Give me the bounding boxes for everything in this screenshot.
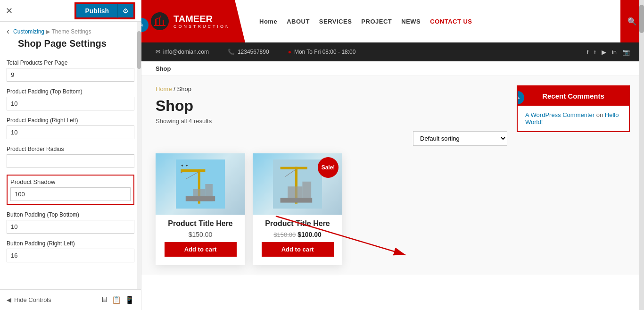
chevron-left-icon: ◀ <box>7 296 11 303</box>
commenter-link[interactable]: A WordPress Commenter <box>525 111 594 118</box>
logo-text-group: TAMEER CONSTRUCTION <box>173 14 231 29</box>
field-btn-padding-tb: Button Padding (Top Bottom) <box>7 211 134 234</box>
nav-services[interactable]: SERVICES <box>319 18 352 25</box>
breadcrumb-separator: ▶ <box>46 28 51 35</box>
sub-email: ✉ info@domian.com <box>156 49 209 55</box>
products-grid: ✦ ✦ Product Title Here $150.00 Add to ca… <box>156 153 507 265</box>
logo-icon <box>151 12 169 30</box>
sale-badge: Sale! <box>318 157 339 178</box>
sub-header: ✉ info@domian.com 📞 1234567890 ● Mon To … <box>141 42 644 61</box>
recent-comments-widget: ✎ Recent Comments A WordPress Commenter … <box>517 85 630 132</box>
product-name-1: Product Title Here <box>160 219 240 228</box>
hide-controls-label: Hide Controls <box>14 296 51 303</box>
breadcrumb-customizing[interactable]: Customizing <box>13 28 44 35</box>
field-label-btn-padding-tb: Button Padding (Top Bottom) <box>7 211 134 218</box>
sort-dropdown[interactable]: Default sorting Sort by popularity Sort … <box>413 131 507 146</box>
commenter-on: on <box>596 111 605 118</box>
product-price-2: $150.00 $100.00 <box>257 231 338 238</box>
field-input-product-shadow[interactable] <box>10 187 131 201</box>
product-price-value-1: $150.00 <box>189 231 213 238</box>
svg-rect-1 <box>159 17 160 26</box>
panel-title: Shop Page Settings <box>0 36 141 55</box>
product-sale-price-2: $100.00 <box>297 231 322 238</box>
panel-scrollbar[interactable] <box>137 22 141 289</box>
top-bar: ✕ Publish ⚙ <box>0 0 141 22</box>
back-arrow[interactable]: ‹ <box>7 26 9 36</box>
sub-hours: ● Mon To Fri 08:00 - 18:00 <box>288 49 356 55</box>
mobile-icon[interactable]: 📱 <box>125 295 134 304</box>
field-label-padding-tb: Product Padding (Top Bottom) <box>7 88 134 95</box>
panel-bottom-bar: ◀ Hide Controls 🖥 📋 📱 <box>0 289 141 310</box>
hide-controls-button[interactable]: ◀ Hide Controls <box>7 296 51 303</box>
email-icon: ✉ <box>156 49 160 55</box>
product-card-2: Sale! Product Title Here $150.00 $100.00… <box>253 153 342 265</box>
phone-icon: 📞 <box>228 49 235 55</box>
shop-result-count: Showing all 4 results <box>156 117 507 125</box>
breadcrumb-home-link[interactable]: Home <box>156 85 172 92</box>
shop-toolbar: Default sorting Sort by popularity Sort … <box>156 131 507 146</box>
publish-settings-button[interactable]: ⚙ <box>117 3 134 18</box>
svg-rect-0 <box>155 19 157 26</box>
field-input-total-products[interactable] <box>7 68 134 82</box>
breadcrumb: Customizing ▶ Theme Settings <box>13 28 91 35</box>
site-preview: ✎ TAMEER <box>141 0 644 310</box>
nav-news[interactable]: NEWS <box>401 18 421 25</box>
field-input-btn-padding-tb[interactable] <box>7 220 134 234</box>
nav-home[interactable]: Home <box>259 18 277 25</box>
field-input-padding-tb[interactable] <box>7 97 134 110</box>
field-input-padding-rl[interactable] <box>7 126 134 139</box>
svg-rect-8 <box>181 169 205 172</box>
field-label-total-products: Total Products Per Page <box>7 59 134 66</box>
shop-area: Home / Shop Shop Showing all 4 results D… <box>156 85 507 265</box>
nav-project[interactable]: PROJECT <box>361 18 392 25</box>
breadcrumb-theme-settings: Theme Settings <box>52 28 91 35</box>
add-to-cart-2[interactable]: Add to cart <box>262 242 334 257</box>
nav-shop[interactable]: Shop <box>156 65 171 72</box>
main-content: Home / Shop Shop Showing all 4 results D… <box>141 76 644 275</box>
close-button[interactable]: ✕ <box>6 6 13 16</box>
field-label-border-radius: Product Border Radius <box>7 146 134 152</box>
product-original-price-2: $150.00 <box>273 231 296 238</box>
linkedin-icon[interactable]: in <box>612 49 617 56</box>
hours-text: Mon To Fri 08:00 - 18:00 <box>294 49 356 55</box>
logo-subtitle: CONSTRUCTION <box>173 24 231 29</box>
nav-contact[interactable]: CONTACT US <box>430 18 472 25</box>
add-to-cart-1[interactable]: Add to cart <box>165 242 237 257</box>
shop-title: Shop <box>156 97 507 115</box>
product-price-1: $150.00 <box>160 231 240 238</box>
instagram-icon[interactable]: 📷 <box>622 49 630 56</box>
field-total-products: Total Products Per Page <box>7 59 134 82</box>
breadcrumb-row: ‹ Customizing ▶ Theme Settings <box>0 22 141 36</box>
nav-about[interactable]: ABOUT <box>287 18 310 25</box>
device-icons-group: 🖥 📋 📱 <box>100 295 134 304</box>
sub-nav-row: Shop <box>141 61 644 76</box>
publish-button[interactable]: Publish <box>75 3 117 18</box>
field-label-product-shadow: Product Shadow <box>10 178 131 185</box>
field-padding-tb: Product Padding (Top Bottom) <box>7 88 134 110</box>
twitter-icon[interactable]: t <box>594 49 596 56</box>
breadcrumb-shop: Shop <box>177 85 191 92</box>
facebook-icon[interactable]: f <box>587 49 589 56</box>
youtube-icon[interactable]: ▶ <box>602 49 606 56</box>
tablet-icon[interactable]: 📋 <box>112 295 121 304</box>
breadcrumb-slash: / <box>173 85 177 92</box>
field-label-padding-rl: Product Padding (Right Left) <box>7 117 134 124</box>
field-label-btn-padding-rl: Button Padding (Right Left) <box>7 240 134 247</box>
svg-rect-3 <box>154 25 165 26</box>
header-nav: Home ABOUT SERVICES PROJECT NEWS CONTACT… <box>245 0 620 42</box>
product-info-1: Product Title Here $150.00 Add to cart <box>156 215 245 265</box>
publish-wrapper: Publish ⚙ <box>74 2 135 19</box>
svg-rect-21 <box>281 198 313 202</box>
field-btn-padding-rl: Button Padding (Right Left) <box>7 240 134 262</box>
scrollbar-thumb <box>137 31 141 69</box>
desktop-icon[interactable]: 🖥 <box>100 295 108 304</box>
field-input-btn-padding-rl[interactable] <box>7 249 134 262</box>
logo-title: TAMEER <box>173 14 231 24</box>
clock-icon: ● <box>288 49 291 55</box>
svg-rect-13 <box>186 196 215 201</box>
field-input-border-radius[interactable] <box>7 154 134 168</box>
product-name-2: Product Title Here <box>257 219 338 228</box>
product-info-2: Product Title Here $150.00 $100.00 Add t… <box>253 215 342 265</box>
shop-breadcrumb: Home / Shop <box>156 85 507 92</box>
right-scrollbar[interactable] <box>639 0 644 310</box>
